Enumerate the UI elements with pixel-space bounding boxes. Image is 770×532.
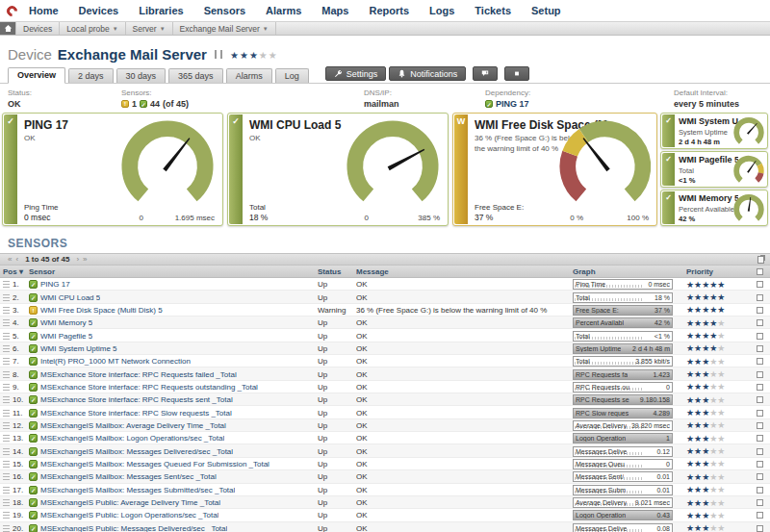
- column-header-pos[interactable]: Pos ▾: [0, 267, 29, 276]
- column-header-sensor[interactable]: Sensor: [29, 267, 318, 276]
- row-checkbox[interactable]: [757, 410, 763, 417]
- sensor-mini-graph[interactable]: Messages Delive 0.12: [573, 446, 673, 457]
- drag-handle-icon[interactable]: [3, 499, 10, 506]
- nav-item-alarms[interactable]: Alarms: [266, 5, 301, 16]
- sensor-link[interactable]: PING 17: [40, 280, 70, 289]
- drag-handle-icon[interactable]: [3, 371, 10, 378]
- priority-stars[interactable]: ★★★★★: [686, 395, 744, 405]
- prev-page-arrow[interactable]: ‹: [15, 255, 18, 264]
- warning-sensors-count[interactable]: 1: [132, 99, 137, 109]
- priority-stars[interactable]: ★★★★★: [686, 472, 744, 482]
- drag-handle-icon[interactable]: [3, 281, 10, 288]
- drag-handle-icon[interactable]: [3, 422, 10, 429]
- sensor-mini-graph[interactable]: Logon Operation 0.43: [573, 510, 673, 520]
- next-page-arrow[interactable]: ›: [76, 255, 79, 264]
- sensor-link[interactable]: MSExchangeIS Public: Average Delivery Ti…: [40, 498, 220, 507]
- drag-handle-icon[interactable]: [3, 307, 10, 314]
- drag-handle-icon[interactable]: [3, 294, 10, 301]
- device-priority-stars[interactable]: ★★★★★: [230, 45, 278, 63]
- priority-stars[interactable]: ★★★★★: [686, 280, 744, 290]
- drag-handle-icon[interactable]: [3, 435, 10, 442]
- sensor-link[interactable]: Intel(R) PRO_1000 MT Network Connection: [40, 357, 191, 366]
- priority-stars[interactable]: ★★★★★: [686, 434, 744, 443]
- column-header-priority[interactable]: Priority: [686, 267, 744, 276]
- row-checkbox[interactable]: [757, 281, 763, 288]
- sensor-mini-graph[interactable]: System Uptime 2 d 4 h 48 m: [573, 343, 673, 354]
- drag-handle-icon[interactable]: [3, 319, 10, 326]
- sensor-link[interactable]: WMI Pagefile 5: [40, 332, 92, 341]
- priority-stars[interactable]: ★★★★★: [686, 408, 744, 418]
- sensor-mini-graph[interactable]: Total 18 %: [573, 292, 673, 303]
- home-icon[interactable]: [0, 22, 16, 35]
- nav-item-home[interactable]: Home: [29, 5, 59, 16]
- nav-item-tickets[interactable]: Tickets: [475, 5, 511, 16]
- priority-stars[interactable]: ★★★★★: [686, 369, 744, 379]
- sensor-mini-graph[interactable]: Messages Delive 0.08: [573, 523, 673, 532]
- notifications-button[interactable]: Notifications: [389, 66, 466, 81]
- row-checkbox[interactable]: [757, 333, 763, 340]
- gauge-card-disk[interactable]: W WMI Free Disk Space (M... 36 % (Free S…: [452, 113, 657, 226]
- sensor-link[interactable]: MSExchangeIS Mailbox: Logon Operations/s…: [40, 434, 224, 443]
- nav-item-maps[interactable]: Maps: [321, 5, 348, 16]
- breadcrumb-item-exchange-mail-server[interactable]: Exchange Mail Server▼: [173, 22, 276, 35]
- sensor-link[interactable]: MSExchangeIS Mailbox: Messages Queued Fo…: [40, 460, 270, 469]
- drag-handle-icon[interactable]: [3, 384, 10, 391]
- row-checkbox[interactable]: [757, 512, 763, 519]
- sensor-link[interactable]: MSExchance Store interface: RPC Requests…: [40, 383, 258, 392]
- priority-stars[interactable]: ★★★★★: [686, 498, 744, 508]
- priority-stars[interactable]: ★★★★★: [686, 382, 744, 392]
- row-checkbox[interactable]: [757, 499, 763, 506]
- sensor-mini-graph[interactable]: Percent Availabl 42 %: [573, 317, 673, 328]
- priority-stars[interactable]: ★★★★★: [686, 459, 744, 469]
- sensor-mini-graph[interactable]: RPC Slow reques 4.289: [573, 408, 673, 418]
- breadcrumb-item-local-probe[interactable]: Local probe▼: [60, 22, 125, 35]
- sensor-link[interactable]: MSExchangeIS Public: Logon Operations/se…: [40, 511, 218, 519]
- nav-item-logs[interactable]: Logs: [429, 5, 454, 16]
- nav-item-libraries[interactable]: Libraries: [139, 5, 183, 16]
- row-checkbox[interactable]: [757, 461, 763, 468]
- row-checkbox[interactable]: [757, 384, 763, 391]
- sensor-link[interactable]: MSExchangeIS Mailbox: Messages Submitted…: [40, 486, 235, 494]
- row-checkbox[interactable]: [757, 319, 763, 326]
- tab-30-days[interactable]: 30 days: [116, 68, 167, 83]
- sensor-link[interactable]: MSExchangeIS Mailbox: Average Delivery T…: [40, 421, 226, 430]
- sensor-mini-graph[interactable]: Messages Queu 0: [573, 459, 673, 469]
- tab-365-days[interactable]: 365 days: [168, 68, 223, 83]
- row-checkbox[interactable]: [757, 307, 763, 314]
- drag-handle-icon[interactable]: [3, 512, 10, 519]
- sensor-mini-graph[interactable]: Messages Sent/ 0.01: [573, 471, 673, 482]
- gauge-card-memory[interactable]: ✓ WMI Memory 5 Percent Available M... 42…: [660, 190, 768, 226]
- sensor-mini-graph[interactable]: Total <1 %: [573, 331, 673, 342]
- drag-handle-icon[interactable]: [3, 525, 10, 532]
- column-header-status[interactable]: Status: [318, 267, 356, 276]
- sensor-link[interactable]: WMI Memory 5: [40, 318, 92, 327]
- tab-2-days[interactable]: 2 days: [68, 68, 114, 83]
- sensor-link[interactable]: MSExchance Store interface: RPC Requests…: [40, 370, 237, 379]
- sensor-mini-graph[interactable]: RPC Requests fa 1.423: [573, 369, 673, 380]
- row-checkbox[interactable]: [757, 371, 763, 378]
- sensor-link[interactable]: MSExchangeIS Public: Messages Delivered/…: [40, 524, 227, 532]
- drag-handle-icon[interactable]: [3, 333, 10, 340]
- comment-button[interactable]: [473, 66, 498, 81]
- drag-handle-icon[interactable]: [3, 473, 10, 480]
- row-checkbox[interactable]: [757, 358, 763, 365]
- breadcrumb-item-devices[interactable]: Devices: [16, 22, 60, 35]
- sensor-mini-graph[interactable]: Average Delivery 39.820 msec: [573, 420, 673, 431]
- sensor-link[interactable]: MSExchangeIS Mailbox: Messages Sent/sec …: [40, 472, 217, 481]
- drag-handle-icon[interactable]: [3, 448, 10, 455]
- tab-overview[interactable]: Overview: [8, 67, 65, 84]
- sensor-mini-graph[interactable]: Free Space E: 37 %: [573, 305, 673, 316]
- row-checkbox[interactable]: [757, 294, 763, 301]
- row-checkbox[interactable]: [757, 396, 763, 403]
- drag-handle-icon[interactable]: [3, 487, 10, 494]
- breadcrumb-item-server[interactable]: Server▼: [126, 22, 173, 35]
- gauge-card-ping[interactable]: ✓ PING 17 OK Ping Time 0 msec 0 1.695 ms…: [2, 113, 223, 226]
- row-checkbox[interactable]: [757, 422, 763, 429]
- priority-stars[interactable]: ★★★★★: [686, 420, 744, 430]
- priority-stars[interactable]: ★★★★★: [686, 292, 744, 302]
- gauge-card-cpu[interactable]: ✓ WMI CPU Load 5 OK Total 18 % 0 385 %: [227, 113, 449, 226]
- sensor-mini-graph[interactable]: Ping Time 0 msec: [573, 279, 673, 290]
- tab-alarms[interactable]: Alarms: [226, 68, 272, 83]
- sensor-link[interactable]: MSExchance Store interface: RPC Slow req…: [40, 409, 232, 418]
- priority-stars[interactable]: ★★★★★: [686, 331, 744, 341]
